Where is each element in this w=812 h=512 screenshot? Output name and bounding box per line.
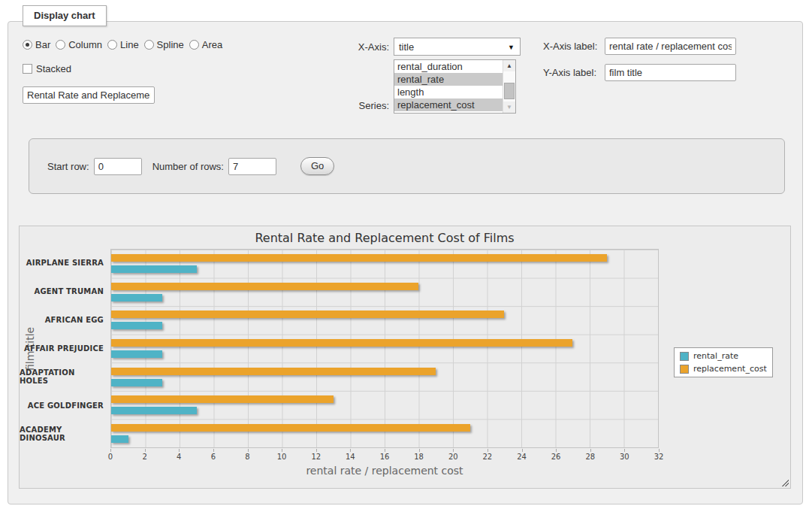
x-tick-label: 12 xyxy=(311,453,321,461)
chart-type-radio-column[interactable] xyxy=(56,40,65,50)
series-option-replacement_cost[interactable]: replacement_cost xyxy=(394,98,503,111)
x-axis-select[interactable]: title ▼ xyxy=(394,38,521,56)
stacked-checkbox[interactable] xyxy=(23,64,32,74)
chart-type-radio-label: Line xyxy=(120,39,139,50)
x-tickmark xyxy=(213,449,214,452)
category-row xyxy=(111,391,658,420)
scrollbar-up-icon[interactable]: ▲ xyxy=(503,60,515,71)
x-tick-label: 10 xyxy=(277,453,287,461)
x-axis-row: X-Axis: title ▼ xyxy=(350,38,521,56)
x-tickmark xyxy=(179,449,180,452)
series-row: Series: rental_durationrental_ratelength… xyxy=(355,59,521,114)
go-button[interactable]: Go xyxy=(300,157,334,175)
bar-rental_rate[interactable] xyxy=(111,407,197,414)
y-axis-label-input[interactable] xyxy=(605,64,736,81)
x-axis-tickmarks xyxy=(110,449,659,452)
category-row xyxy=(111,278,658,307)
category-label: ACADEMY DINOSAUR xyxy=(20,420,104,448)
chart-title: Rental Rate and Replacement Cost of Film… xyxy=(110,231,659,245)
x-axis-tick-labels: 02468101214161820222426283032 xyxy=(110,453,659,463)
bar-rental_rate[interactable] xyxy=(111,294,162,301)
chart-type-option-area: Area xyxy=(189,39,222,50)
x-tick-label: 4 xyxy=(177,453,181,461)
x-tickmark xyxy=(659,449,660,452)
bar-rental_rate[interactable] xyxy=(111,435,128,443)
bar-replacement_cost[interactable] xyxy=(111,395,334,403)
chart-type-radio-bar[interactable] xyxy=(23,40,32,50)
chart-type-option-bar: Bar xyxy=(23,39,50,50)
category-row xyxy=(111,250,658,278)
start-row-input[interactable] xyxy=(94,158,142,175)
scrollbar-down-icon[interactable]: ▼ xyxy=(503,101,515,113)
legend-item-replacement_cost[interactable]: replacement_cost xyxy=(680,364,767,374)
series-select-label: Series: xyxy=(355,100,394,114)
chart-type-radio-group: BarColumnLineSplineArea xyxy=(23,38,222,50)
x-tickmark xyxy=(453,449,454,452)
x-tick-label: 18 xyxy=(414,453,424,461)
x-tickmark xyxy=(488,449,488,452)
num-rows-label: Number of rows: xyxy=(152,161,224,172)
scrollbar-track[interactable] xyxy=(503,71,515,101)
bar-rental_rate[interactable] xyxy=(111,322,162,329)
category-label: AGENT TRUMAN xyxy=(20,277,104,306)
scrollbar-thumb[interactable] xyxy=(504,83,515,99)
x-axis-label-input[interactable] xyxy=(605,38,736,55)
category-label: AFFAIR PREJUDICE xyxy=(20,335,104,363)
category-label: AFRICAN EGG xyxy=(20,306,104,335)
chart-type-radio-label: Spline xyxy=(157,39,184,50)
series-option-rental_duration[interactable]: rental_duration xyxy=(394,60,503,73)
x-tick-label: 2 xyxy=(142,453,146,461)
start-row-label: Start row: xyxy=(47,161,89,172)
axis-series-column: X-Axis: title ▼ Series: rental_durationr… xyxy=(350,38,521,114)
chart-title-input[interactable] xyxy=(23,86,155,104)
x-axis-selected-value: title xyxy=(399,41,414,53)
x-tickmark xyxy=(590,449,591,452)
x-axis-label-row: X-Axis label: xyxy=(543,38,736,55)
chart-container: Rental Rate and Replacement Cost of Film… xyxy=(19,226,791,489)
page: Display chart BarColumnLineSplineArea St… xyxy=(0,0,812,512)
series-scrollbar[interactable]: ▲ ▼ xyxy=(503,60,515,113)
series-options: rental_durationrental_ratelengthreplacem… xyxy=(394,60,503,113)
resize-grip-icon[interactable] xyxy=(780,478,789,486)
x-tick-label: 22 xyxy=(483,453,493,461)
bar-replacement_cost[interactable] xyxy=(111,254,607,262)
stacked-row: Stacked xyxy=(23,63,222,74)
chart-type-radio-label: Area xyxy=(202,39,222,50)
x-tick-label: 26 xyxy=(551,453,561,461)
series-listbox[interactable]: rental_durationrental_ratelengthreplacem… xyxy=(394,59,516,114)
x-tickmark xyxy=(316,449,317,452)
bar-replacement_cost[interactable] xyxy=(111,424,470,432)
chart-type-radio-spline[interactable] xyxy=(144,40,154,50)
chart-type-radio-line[interactable] xyxy=(107,40,117,50)
chart-type-radio-area[interactable] xyxy=(189,40,199,50)
x-tickmark xyxy=(419,449,420,452)
x-tickmark xyxy=(385,449,385,452)
bar-replacement_cost[interactable] xyxy=(111,368,436,375)
bar-rental_rate[interactable] xyxy=(111,265,197,273)
bar-rental_rate[interactable] xyxy=(111,379,162,386)
bar-replacement_cost[interactable] xyxy=(111,339,572,347)
chart-type-radio-label: Column xyxy=(68,39,102,50)
legend-item-rental_rate[interactable]: rental_rate xyxy=(680,351,767,361)
legend-swatch xyxy=(680,365,689,374)
category-label: AIRPLANE SIERRA xyxy=(20,249,104,277)
x-tick-label: 28 xyxy=(585,453,595,461)
panel-legend: Display chart xyxy=(23,5,107,26)
x-axis-select-label: X-Axis: xyxy=(350,41,394,53)
category-axis-labels: AIRPLANE SIERRAAGENT TRUMANAFRICAN EGGAF… xyxy=(20,249,104,448)
bar-rental_rate[interactable] xyxy=(111,350,162,358)
bar-replacement_cost[interactable] xyxy=(111,283,418,290)
x-tickmark xyxy=(624,449,625,452)
category-label: ACE GOLDFINGER xyxy=(20,391,104,420)
x-tick-label: 30 xyxy=(620,453,629,461)
x-tickmark xyxy=(522,449,523,452)
num-rows-input[interactable] xyxy=(228,158,276,175)
axis-labels-column: X-Axis label: Y-Axis label: xyxy=(543,38,736,90)
display-chart-panel: Display chart BarColumnLineSplineArea St… xyxy=(8,21,803,504)
bar-replacement_cost[interactable] xyxy=(111,311,504,318)
series-option-length[interactable]: length xyxy=(394,86,503,98)
x-tick-label: 24 xyxy=(517,453,527,461)
series-option-rental_rate[interactable]: rental_rate xyxy=(394,73,503,86)
legend: rental_ratereplacement_cost xyxy=(674,347,773,377)
y-axis-label-caption: Y-Axis label: xyxy=(543,67,605,78)
